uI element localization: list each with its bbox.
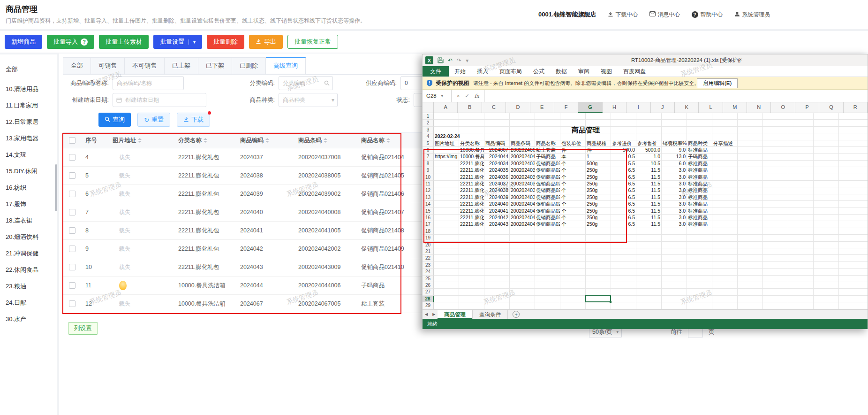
excel-cell[interactable] bbox=[738, 194, 763, 201]
excel-cell[interactable]: 标准商品 bbox=[687, 147, 712, 154]
excel-cell[interactable] bbox=[484, 262, 510, 269]
excel-cell[interactable]: 6.5 bbox=[611, 174, 636, 181]
excel-cell[interactable] bbox=[814, 255, 839, 261]
sidebar-scrollbar[interactable] bbox=[55, 164, 57, 211]
excel-cell[interactable] bbox=[763, 113, 788, 120]
excel-column-header[interactable]: Q bbox=[819, 102, 843, 113]
excel-cell[interactable]: 标准商品 bbox=[687, 208, 712, 215]
excel-row-number[interactable]: 10 bbox=[423, 174, 434, 181]
excel-cell[interactable]: 子码商品 bbox=[687, 154, 712, 160]
sidebar-item[interactable]: 21.冲调保健 bbox=[0, 245, 57, 261]
excel-cell[interactable]: 1 bbox=[586, 154, 611, 160]
excel-cell[interactable] bbox=[712, 147, 738, 154]
excel-cell[interactable] bbox=[738, 161, 763, 167]
excel-cell[interactable]: 3.0 bbox=[662, 201, 687, 208]
excel-cell[interactable]: 2022-02-24 bbox=[434, 133, 459, 140]
excel-cell[interactable]: 促销商品021405 bbox=[535, 187, 560, 194]
excel-cell[interactable]: 销项税率% bbox=[662, 140, 687, 147]
excel-cell[interactable]: 22211.膨化礼包 bbox=[459, 167, 484, 174]
excel-cell[interactable]: 11.5 bbox=[636, 221, 662, 228]
nav-message-center[interactable]: 消息中心 bbox=[649, 11, 680, 19]
batch-delete-button[interactable]: 批量删除 bbox=[207, 35, 244, 49]
excel-cell[interactable] bbox=[738, 276, 763, 282]
excel-cell[interactable] bbox=[484, 255, 510, 261]
excel-cell[interactable] bbox=[712, 242, 738, 248]
excel-cell[interactable] bbox=[788, 161, 814, 167]
excel-cell[interactable] bbox=[839, 127, 864, 133]
sort-icon[interactable] bbox=[386, 138, 390, 143]
excel-cell[interactable]: 促销商品021406 bbox=[535, 194, 560, 201]
excel-cell[interactable] bbox=[864, 221, 868, 228]
excel-cell[interactable]: 个 bbox=[560, 181, 586, 187]
sidebar-item[interactable]: 全部 bbox=[0, 61, 57, 77]
excel-cell[interactable] bbox=[788, 248, 814, 255]
excel-cell[interactable] bbox=[560, 255, 586, 261]
excel-cell[interactable] bbox=[611, 296, 636, 302]
tab-on-shelf[interactable]: 已上架 bbox=[165, 57, 198, 74]
excel-cell[interactable] bbox=[434, 242, 459, 248]
excel-cell[interactable] bbox=[839, 133, 864, 140]
excel-cell[interactable]: 标准商品 bbox=[687, 215, 712, 221]
excel-cell[interactable] bbox=[712, 161, 738, 167]
excel-cell[interactable] bbox=[738, 221, 763, 228]
excel-cell[interactable]: 标准商品 bbox=[687, 181, 712, 187]
excel-cell[interactable]: 个 bbox=[560, 194, 586, 201]
excel-row-number[interactable]: 7 bbox=[423, 154, 434, 160]
sidebar-item[interactable]: 14.文玩 bbox=[0, 146, 57, 163]
excel-row-number[interactable]: 4 bbox=[423, 133, 434, 140]
excel-cell[interactable] bbox=[459, 262, 484, 269]
excel-cell[interactable] bbox=[434, 302, 459, 309]
excel-cell[interactable] bbox=[586, 255, 611, 261]
excel-cell[interactable] bbox=[712, 167, 738, 174]
excel-cell[interactable] bbox=[839, 235, 864, 241]
excel-cell[interactable] bbox=[763, 174, 788, 181]
excel-cell[interactable]: 标准商品 bbox=[687, 201, 712, 208]
redo-icon[interactable]: ↷ bbox=[457, 57, 461, 64]
excel-cell[interactable] bbox=[636, 242, 662, 248]
excel-cell[interactable] bbox=[636, 262, 662, 269]
excel-cell[interactable] bbox=[763, 276, 788, 282]
excel-cell[interactable] bbox=[560, 282, 586, 289]
excel-cell[interactable]: 500g bbox=[586, 161, 611, 167]
excel-cell[interactable]: 6.0 bbox=[662, 161, 687, 167]
excel-cell[interactable]: 促销商品02 bbox=[535, 167, 560, 174]
excel-cell[interactable] bbox=[687, 296, 712, 302]
excel-cell[interactable]: 2024038 bbox=[484, 187, 510, 194]
excel-cell[interactable] bbox=[814, 215, 839, 221]
excel-cell[interactable] bbox=[738, 120, 763, 126]
excel-cell[interactable] bbox=[712, 201, 738, 208]
excel-column-header[interactable]: H bbox=[603, 102, 626, 113]
excel-cell[interactable] bbox=[788, 133, 814, 140]
sidebar-item[interactable]: 16.纺织 bbox=[0, 179, 57, 196]
chevron-down-icon[interactable]: ▾ bbox=[189, 39, 196, 45]
excel-cell[interactable] bbox=[560, 302, 586, 309]
excel-cell[interactable] bbox=[814, 187, 839, 194]
excel-cell[interactable] bbox=[839, 194, 864, 201]
excel-cell[interactable]: 本 bbox=[560, 154, 586, 160]
excel-cell[interactable]: 标准商品 bbox=[687, 187, 712, 194]
excel-cell[interactable] bbox=[434, 187, 459, 194]
excel-cell[interactable] bbox=[484, 302, 510, 309]
excel-cell[interactable] bbox=[510, 302, 535, 309]
excel-cell[interactable]: https://img bbox=[434, 154, 459, 160]
excel-cell[interactable] bbox=[814, 133, 839, 140]
excel-cell[interactable] bbox=[535, 276, 560, 282]
excel-cell[interactable] bbox=[459, 248, 484, 255]
excel-cell[interactable] bbox=[459, 269, 484, 275]
excel-cell[interactable] bbox=[712, 269, 738, 275]
excel-cell[interactable] bbox=[687, 228, 712, 235]
sidebar-item[interactable]: 20.烟酒饮料 bbox=[0, 229, 57, 245]
excel-cell[interactable]: 3.0 bbox=[662, 208, 687, 215]
excel-cell[interactable] bbox=[738, 289, 763, 295]
excel-cell[interactable] bbox=[434, 262, 459, 269]
excel-cell[interactable] bbox=[687, 255, 712, 261]
excel-cell[interactable] bbox=[434, 194, 459, 201]
excel-cell[interactable] bbox=[712, 248, 738, 255]
nav-account[interactable]: 系统管理员 bbox=[734, 11, 770, 19]
excel-cell[interactable] bbox=[459, 235, 484, 241]
excel-cell[interactable] bbox=[864, 289, 868, 295]
excel-cell[interactable] bbox=[535, 255, 560, 261]
excel-cell[interactable] bbox=[636, 248, 662, 255]
excel-cell[interactable] bbox=[712, 276, 738, 282]
excel-cell[interactable] bbox=[864, 235, 868, 241]
